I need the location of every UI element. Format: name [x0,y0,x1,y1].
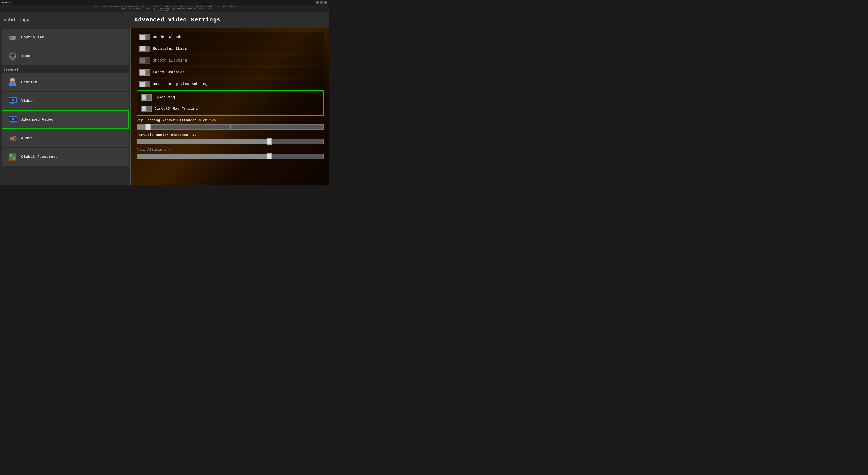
anti-aliasing-thumb[interactable] [267,153,272,159]
ray-tracing-render-distance-thumb[interactable] [145,124,151,130]
svg-rect-10 [14,79,15,81]
back-arrow-icon: < [4,18,6,23]
general-section-label: General [0,66,130,73]
directx-ray-tracing-thumb [142,106,146,111]
controller-icon [8,33,18,42]
profile-icon [8,77,18,87]
content-area: Controller Touch General [0,28,329,184]
ray-tracing-view-bobbing-label: Ray Tracing View Bobbing [153,82,208,86]
svg-rect-23 [10,123,16,123]
render-clouds-row: Render Clouds [136,32,324,42]
anti-aliasing-slider[interactable] [136,154,324,159]
minimize-button[interactable]: − [316,1,319,4]
back-label: Settings [8,18,29,22]
sidebar-item-audio[interactable]: Audio [2,129,129,147]
slider-tick-8 [230,154,230,158]
svg-rect-22 [11,122,14,123]
particle-render-distance-thumb[interactable] [267,139,272,145]
svg-point-4 [14,37,16,38]
anti-aliasing-label: Anti-Aliasing: 4 [136,148,324,152]
particle-render-distance-fill [137,139,269,144]
svg-point-6 [13,38,14,39]
titlebar: Minecraft − □ × [0,0,329,5]
toggle-divider-3 [145,58,146,63]
right-panel: Render Clouds Beautiful Skies [131,28,329,184]
sidebar-video-label: Video [21,99,33,103]
maximize-button[interactable]: □ [320,1,323,4]
slider-tick-7 [184,154,184,158]
svg-rect-2 [10,37,11,38]
fancy-graphics-row: Fancy Graphics [136,67,324,78]
svg-rect-13 [10,82,11,86]
slider-tick-6 [277,139,277,144]
slider-tick-3 [277,125,277,129]
particle-render-distance-section: Particle Render Distance: 50 [136,133,324,144]
svg-rect-32 [9,153,16,154]
anti-aliasing-section: Anti-Aliasing: 4 [136,148,324,159]
upscaling-toggle[interactable] [141,94,152,101]
ray-tracing-render-distance-label: Ray Tracing Render Distance: 8 chunks [136,119,324,122]
sidebar-item-global-resources[interactable]: Global Resources [2,148,129,166]
svg-rect-11 [11,82,14,83]
svg-rect-29 [13,154,15,156]
sidebar-global-resources-label: Global Resources [21,155,58,159]
advanced-video-icon [8,115,18,125]
sidebar-item-touch[interactable]: Touch [2,47,129,65]
touch-icon [8,51,18,61]
upscaling-row: Upscaling [138,92,322,103]
fancy-graphics-toggle[interactable] [139,69,150,76]
svg-rect-9 [10,79,11,81]
render-clouds-label: Render Clouds [153,35,182,39]
render-clouds-thumb [140,35,145,39]
toggle-divider-4 [145,70,146,75]
sysinfo-bar: beta 1.15.0.7 (RENDERDRAGON) D3D12 RTX C… [0,5,329,12]
video-icon [8,96,18,106]
fancy-graphics-thumb [140,70,145,75]
particle-render-distance-slider[interactable] [136,139,324,144]
svg-rect-31 [13,157,15,159]
slider-tick-2 [230,125,230,129]
sysinfo-line2: FPS58.4, ServerTime:1.2, Mem:6129, Highe… [2,7,327,9]
ray-tracing-render-distance-slider[interactable] [136,124,324,129]
toggle-divider-7 [147,106,147,112]
sidebar-item-video[interactable]: Video [2,92,129,110]
upscaling-thumb [142,95,146,100]
ray-tracing-view-bobbing-toggle[interactable] [139,81,150,87]
smooth-lighting-toggle[interactable] [139,57,150,64]
sidebar-controller-label: Controller [21,35,44,39]
beautiful-skies-thumb [140,47,145,51]
page-header: < Settings Advanced Video Settings [0,12,329,28]
close-button[interactable]: × [324,1,327,4]
upscaling-label: Upscaling [154,95,175,99]
window-controls[interactable]: − □ × [316,1,327,4]
ray-tracing-view-bobbing-thumb [140,82,145,87]
smooth-lighting-label: Smooth Lighting [153,59,187,63]
svg-point-19 [11,99,14,101]
sidebar-profile-label: Profile [21,80,37,84]
sidebar-item-advanced-video[interactable]: Advanced Video [2,110,129,129]
directx-ray-tracing-toggle[interactable] [141,106,152,112]
svg-marker-26 [10,135,14,142]
render-clouds-toggle[interactable] [139,34,150,40]
ray-tracing-view-bobbing-row: Ray Tracing View Bobbing [136,79,324,90]
sidebar-item-controller[interactable]: Controller [2,29,129,47]
svg-point-5 [13,37,13,38]
toggle-divider-2 [145,46,146,52]
beautiful-skies-label: Beautiful Skies [153,47,187,51]
beautiful-skies-toggle[interactable] [139,46,150,52]
back-button[interactable]: < Settings [4,18,29,23]
ray-tracing-render-distance-section: Ray Tracing Render Distance: 8 chunks [136,119,324,129]
svg-rect-28 [10,154,12,156]
main-container: beta 1.15.0.7 (RENDERDRAGON) D3D12 RTX C… [0,5,329,184]
sysinfo-line1: beta 1.15.0.7 (RENDERDRAGON) D3D12 RTX C… [2,5,327,7]
anti-aliasing-fill [137,154,269,158]
highlighted-toggles-group: Upscaling DirectX Ray Tracing [136,90,324,116]
sidebar-audio-label: Audio [21,137,33,141]
toggle-divider-6 [147,95,147,100]
sidebar: Controller Touch General [0,28,131,184]
svg-point-3 [13,37,14,37]
slider-tick-5 [230,139,230,144]
smooth-lighting-row: Smooth Lighting [136,55,324,66]
particle-render-distance-label: Particle Render Distance: 50 [136,133,324,137]
sidebar-item-profile[interactable]: Profile [2,73,129,91]
